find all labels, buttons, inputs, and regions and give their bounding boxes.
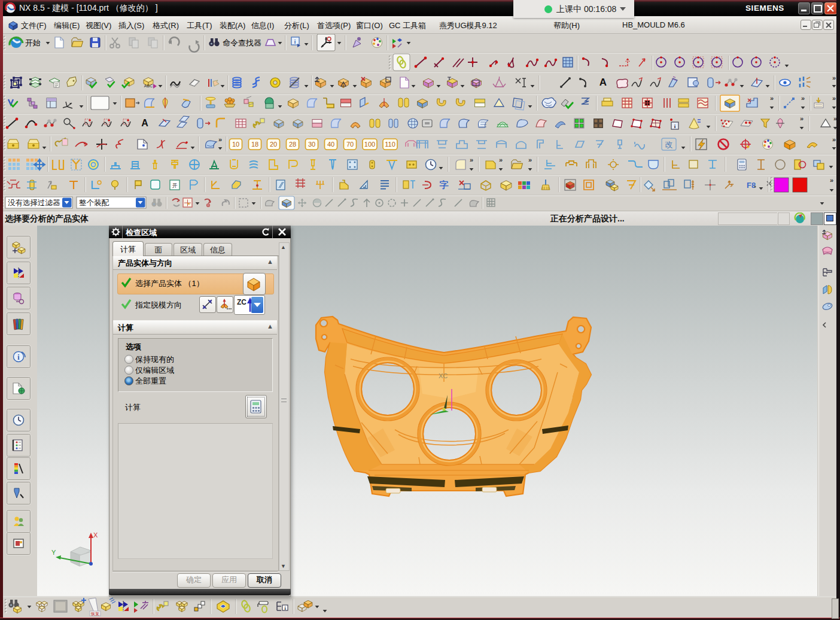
- svg-text:»: »: [832, 136, 836, 143]
- svg-text:10: 10: [232, 141, 239, 148]
- svg-text:F8: F8: [747, 181, 756, 190]
- svg-text:»: »: [830, 177, 833, 184]
- svg-text:i: i: [294, 39, 296, 45]
- svg-text:30: 30: [308, 141, 315, 148]
- svg-text:110: 110: [385, 141, 395, 148]
- svg-text:开始: 开始: [25, 38, 41, 47]
- svg-text:整个装配: 整个装配: [79, 199, 109, 207]
- svg-text:70: 70: [346, 141, 354, 148]
- svg-text:»: »: [218, 136, 222, 143]
- svg-text:X: X: [93, 531, 98, 539]
- svg-text:»: »: [470, 156, 473, 163]
- svg-text:»: »: [800, 115, 804, 122]
- svg-text:命令查找器: 命令查找器: [223, 38, 261, 47]
- svg-text:20: 20: [270, 141, 277, 148]
- svg-text:»: »: [499, 156, 503, 163]
- svg-text:恢复: 恢复: [90, 612, 99, 616]
- svg-text:改: 改: [665, 140, 673, 149]
- svg-text:ABC: ABC: [144, 84, 153, 88]
- svg-text:»: »: [770, 95, 774, 102]
- svg-text:»: »: [528, 156, 532, 163]
- svg-text:»: »: [832, 95, 836, 102]
- svg-text:28: 28: [289, 141, 296, 148]
- svg-text:18: 18: [251, 141, 258, 148]
- svg-text:»: »: [832, 74, 836, 81]
- svg-text:Y: Y: [51, 549, 56, 556]
- svg-text:开: 开: [172, 183, 178, 189]
- svg-text:没有选择过滤器: 没有选择过滤器: [8, 199, 60, 207]
- svg-text:A: A: [599, 77, 607, 88]
- svg-text:»: »: [801, 95, 805, 102]
- svg-text:字: 字: [440, 180, 449, 190]
- svg-text:40: 40: [327, 141, 334, 148]
- svg-text:XC: XC: [439, 372, 448, 379]
- svg-text:100: 100: [364, 141, 375, 148]
- svg-text:A: A: [141, 118, 148, 128]
